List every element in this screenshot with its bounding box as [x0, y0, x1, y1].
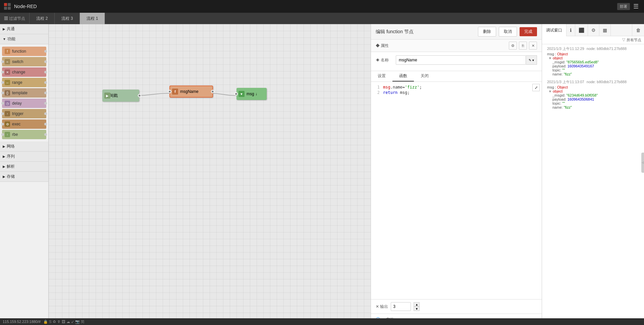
- debug-msg-1-topic: topic: "": [552, 68, 641, 72]
- range-port-left: [1, 81, 4, 84]
- debug-right-icons: 🗑: [632, 24, 644, 36]
- rbe-node-label: rbe: [12, 132, 18, 137]
- sidebar-section-network[interactable]: ▶ 网络: [0, 142, 48, 152]
- filter-all-nodes-btn[interactable]: ▽ 所有节点: [622, 38, 641, 43]
- debug-delete-btn[interactable]: 🗑: [632, 24, 644, 36]
- debug-msg-2-timestamp: 2021/1/3 上午11:13:07: [547, 80, 584, 84]
- copy-icon-btn[interactable]: ⎘: [519, 42, 527, 50]
- canvas[interactable]: 时间戳 ▶ f msgName ▼ msg ↓: [49, 24, 371, 325]
- sidebar-section-sequence-label: 序列: [7, 154, 15, 159]
- outputs-increment[interactable]: ▲: [414, 302, 420, 307]
- rbe-node-icon: ↑: [5, 132, 10, 137]
- code-line-1: 1 msg.name='fizz';: [371, 85, 542, 90]
- function-node-icon: f: [5, 49, 10, 54]
- sidebar-item-template[interactable]: {} template: [2, 88, 46, 98]
- collapse-icon: ◁: [641, 161, 644, 164]
- sidebar-section-sequence[interactable]: ▶ 序列: [0, 152, 48, 162]
- node-red-logo-icon: [3, 2, 11, 10]
- sidebar-section-common[interactable]: ▶ 共通: [0, 24, 48, 34]
- debug-messages: 2021/1/3 上午11:12:29 node: b80dbb71.27b88…: [542, 44, 644, 325]
- sidebar-function-nodes: f function ≈ switch ✕ change ↔ range: [0, 44, 48, 142]
- debug-msg-1-label: msg : Object: [547, 52, 641, 56]
- name-type-btn[interactable]: ✎ ▾: [526, 55, 537, 65]
- sidebar-section-parse[interactable]: ▶ 解析: [0, 162, 48, 172]
- code-line-num-2: 2: [371, 90, 383, 95]
- cancel-button[interactable]: 取消: [499, 27, 517, 37]
- code-editor[interactable]: ⤢ 1 msg.name='fizz'; 2 return msg;: [371, 82, 542, 300]
- change-node-icon: ✕: [5, 69, 10, 75]
- delete-button[interactable]: 删除: [478, 27, 496, 37]
- debug-msg-2-node: node: b80dbb71.27b888: [587, 80, 627, 84]
- debug-tab-settings[interactable]: ⚙: [588, 24, 599, 36]
- flow-tab-2[interactable]: 流程 2: [30, 13, 55, 24]
- sidebar-section-storage[interactable]: ▶ 存储: [0, 172, 48, 182]
- app-logo: Node-RED: [3, 2, 37, 10]
- sidebar-item-delay[interactable]: ◷ delay: [2, 99, 46, 108]
- done-button[interactable]: 完成: [520, 27, 537, 36]
- sidebar-section-storage-label: 存储: [7, 174, 15, 179]
- sidebar-item-switch[interactable]: ≈ switch: [2, 57, 46, 66]
- sidebar-item-trigger[interactable]: ↑ trigger: [2, 109, 46, 118]
- outputs-input[interactable]: [391, 302, 411, 311]
- sidebar-item-change[interactable]: ✕ change: [2, 67, 46, 77]
- change-port-right: [44, 71, 47, 73]
- edit-properties-toolbar: ◆ 属性 ⚙ ⎘ ✕: [371, 40, 542, 52]
- debug-msg-2-properties: ▼ object _msgid: "6234d649.b0f058" paylo…: [548, 89, 641, 109]
- sidebar-item-function[interactable]: f function: [2, 47, 46, 56]
- canvas-connections-svg: [49, 24, 371, 325]
- debug-msg-2-prop-header: ▼ object: [548, 89, 641, 93]
- edit-tab-function[interactable]: 函数: [392, 71, 414, 82]
- template-node-icon: {}: [5, 90, 10, 96]
- debug-tab-window[interactable]: 调试窗口: [542, 24, 567, 36]
- menu-button[interactable]: ☰: [631, 2, 641, 11]
- debug-tab-node[interactable]: ⬛: [575, 24, 588, 36]
- flow-tab-3[interactable]: 流程 3: [55, 13, 80, 24]
- sidebar-section-function-label: 功能: [7, 36, 15, 42]
- debug-msg-1-prop-header: ▼ object: [548, 56, 641, 60]
- sidebar-item-rbe[interactable]: ↑ rbe: [2, 130, 46, 139]
- svg-rect-3: [8, 7, 11, 10]
- name-property-row: ◈ 名称 ✎ ▾: [376, 55, 537, 65]
- debug-msg-2-key: msg :: [547, 85, 557, 89]
- edit-panel-title: 编辑 function 节点: [376, 29, 414, 35]
- outputs-decrement[interactable]: ▼: [414, 307, 420, 311]
- close-icon-btn[interactable]: ✕: [529, 42, 537, 50]
- sidebar-item-exec[interactable]: ⚙ exec: [2, 119, 46, 129]
- debug-msg-1-node: node: b80dbb71.27b888: [587, 47, 627, 51]
- deploy-button[interactable]: 部署: [617, 3, 630, 10]
- canvas-debug-node[interactable]: ▼ msg ↓: [236, 88, 267, 100]
- trigger-port-left: [1, 112, 4, 115]
- flow-tab-1[interactable]: 流程 1: [80, 13, 105, 24]
- edit-outputs-section: ✕ 输出 ▲ ▼: [371, 300, 542, 314]
- switch-port-right: [44, 60, 47, 63]
- exec-port-left: [1, 123, 4, 125]
- arrow-icon-2: ▼: [3, 37, 6, 41]
- debug-msg-2-payload: payload: 1609643506841: [552, 97, 641, 101]
- app-title: Node-RED: [14, 4, 37, 9]
- template-port-left: [1, 92, 4, 94]
- debug-msg-1-key: msg :: [547, 52, 557, 56]
- sidebar-section-common-label: 共通: [7, 26, 15, 32]
- inject-icon: ▶: [104, 93, 110, 99]
- range-node-label: range: [12, 80, 22, 85]
- edit-tab-close[interactable]: 关闭: [414, 71, 435, 82]
- canvas-function-node[interactable]: f msgName: [169, 86, 213, 98]
- code-expand-btn[interactable]: ⤢: [532, 84, 540, 91]
- filter-tab[interactable]: ☰ 过滤节点: [0, 13, 30, 24]
- edit-tab-settings[interactable]: 设置: [371, 71, 392, 82]
- debug-tab-layout[interactable]: ▦: [599, 24, 611, 36]
- name-input[interactable]: [396, 55, 526, 65]
- function-node-canvas-label: msgName: [180, 89, 199, 94]
- sidebar-item-range[interactable]: ↔ range: [2, 78, 46, 87]
- debug-msg-1-name: name: "fizz": [552, 72, 641, 76]
- svg-rect-2: [4, 7, 7, 10]
- sidebar-section-function[interactable]: ▼ 功能: [0, 34, 48, 44]
- code-line-content-1: msg.name='fizz';: [383, 85, 422, 90]
- debug-msg-2-label: msg : Object: [547, 85, 641, 89]
- settings-icon-btn[interactable]: ⚙: [509, 42, 517, 50]
- debug-tab-info[interactable]: ℹ: [567, 24, 575, 36]
- topbar: Node-RED 部署 ☰: [0, 0, 644, 13]
- canvas-inject-node[interactable]: 时间戳 ▶: [102, 90, 139, 102]
- side-collapse-handle[interactable]: ◁: [641, 153, 644, 173]
- code-line-2: 2 return msg;: [371, 90, 542, 95]
